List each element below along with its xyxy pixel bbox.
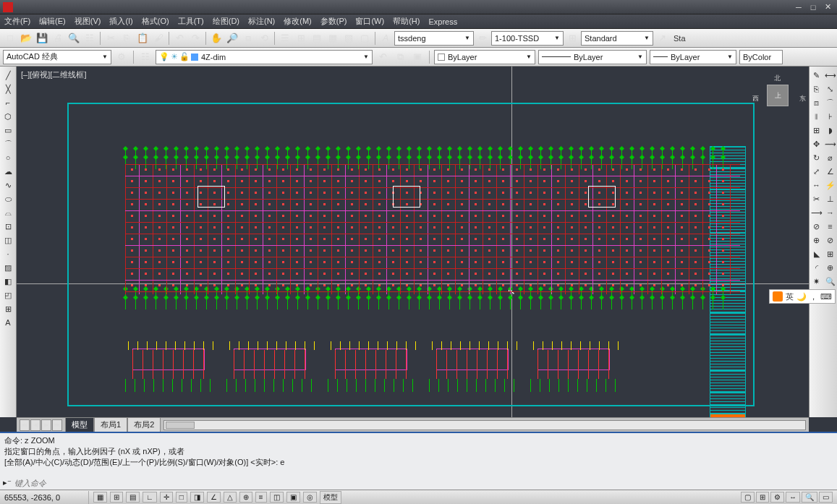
workspace-dropdown[interactable]: AutoCAD 经典▼ [3,50,111,64]
hatch-icon[interactable]: ▨ [2,262,14,273]
close-button[interactable]: ✕ [821,2,834,12]
menu-dimension[interactable]: 标注(N) [248,16,275,27]
sb-qp-icon[interactable]: ▣ [286,492,300,503]
zoom-window-icon[interactable]: ⧈ [241,31,255,46]
layer-dropdown[interactable]: 💡☀🔓 4Z-dim▼ [156,50,373,64]
sb-model-button[interactable]: 模型 [320,491,341,504]
table-style-icon[interactable]: ⊞ [565,31,579,46]
sb-snap-icon[interactable]: ⊞ [110,492,123,503]
explode-icon[interactable]: ✷ [811,276,823,287]
sb-lwt-icon[interactable]: ≡ [255,492,267,503]
pan-icon[interactable]: ✋ [209,31,224,46]
menu-tools[interactable]: 工具(T) [178,16,204,27]
ime-moon-icon[interactable]: 🌙 [796,292,807,302]
array-icon[interactable]: ⊞ [811,124,823,136]
break-icon[interactable]: ⊘ [811,221,823,232]
menu-insert[interactable]: 插入(I) [109,16,132,27]
h-scrollbar[interactable] [163,420,806,430]
tablestyle-dropdown[interactable]: Standard▼ [581,31,653,46]
arc-icon[interactable]: ⌒ [2,138,14,150]
viewcube-east[interactable]: 东 [799,94,806,103]
workspace-settings-icon[interactable]: ⚙ [114,50,129,64]
tab-last-icon[interactable]: ⏭ [52,419,62,431]
ime-icon[interactable] [773,291,783,302]
new-icon[interactable]: □ [3,31,17,46]
dim-aligned-icon[interactable]: ⤡ [825,83,836,95]
menu-express[interactable]: Express [428,17,457,26]
tolerance-icon[interactable]: ⊞ [825,248,836,260]
dimstyle-dropdown[interactable]: 1-100-TSSD▼ [491,31,564,46]
dim-break-icon[interactable]: ⊘ [825,234,836,246]
textstyle-dropdown[interactable]: tssdeng▼ [394,31,474,46]
publish-icon[interactable]: ☷ [82,31,97,46]
ellipse-arc-icon[interactable]: ⌓ [2,207,14,218]
sb-grid-icon[interactable]: ▤ [126,492,140,503]
spline-icon[interactable]: ∿ [2,179,14,191]
plotstyle-dropdown[interactable]: ByColor [739,50,783,64]
sb-tpy-icon[interactable]: ◫ [270,492,284,503]
color-dropdown[interactable]: ByLayer▼ [434,50,535,64]
dim-quick-icon[interactable]: ⚡ [825,179,836,191]
linetype-dropdown[interactable]: ByLayer▼ [538,50,647,64]
coordinates[interactable]: 65553, -2636, 0 [4,493,84,502]
menu-draw[interactable]: 绘图(D) [213,16,239,27]
tab-model[interactable]: 模型 [65,417,94,432]
maximize-button[interactable]: □ [807,2,820,12]
mtext-icon[interactable]: A [2,317,14,328]
table-icon[interactable]: ⊞ [2,303,14,315]
ime-toolbar[interactable]: 英 🌙 ， ⌨ [769,289,836,304]
dim-style-icon[interactable]: ✏ [475,31,490,46]
sheet-set-icon[interactable]: ▦ [326,31,340,46]
drawing-area[interactable]: [–][俯视][二维线框] ↖ 上 北 东 西 [17,67,809,417]
sb-infer-icon[interactable]: ▦ [93,492,107,503]
zoom-prev-icon[interactable]: ⟲ [257,31,271,46]
trim-icon[interactable]: ✂ [811,193,823,205]
menu-format[interactable]: 格式(O) [142,16,169,27]
dim-radius-icon[interactable]: ◗ [825,124,836,136]
erase-icon[interactable]: ✎ [811,69,823,81]
layer-iso-icon[interactable]: ▣ [410,50,425,64]
extend-icon[interactable]: ⟶ [811,207,823,218]
sb-3dosnap-icon[interactable]: ◨ [190,492,204,503]
command-input[interactable] [14,479,834,487]
pline-icon[interactable]: ⌐ [2,97,14,108]
text-style-icon[interactable]: A [378,31,393,46]
menu-view[interactable]: 视图(V) [75,16,101,27]
sb-osnap-icon[interactable]: □ [176,492,187,503]
tool-palettes-icon[interactable]: ▤ [310,31,324,46]
cut-icon[interactable]: ✂ [103,31,118,46]
dim-arc-icon[interactable]: ⌒ [825,97,836,108]
preview-icon[interactable]: 🔍 [67,31,81,46]
menu-file[interactable]: 文件(F) [4,16,30,27]
sb-tool1-icon[interactable]: ▢ [741,492,755,503]
tab-layout1[interactable]: 布局1 [94,417,127,432]
zoom-realtime-icon[interactable]: 🔎 [225,31,239,46]
menu-help[interactable]: 帮助(H) [393,16,420,27]
tab-first-icon[interactable]: ⏮ [20,419,30,431]
dim-space-icon[interactable]: ≡ [825,221,836,232]
tab-layout2[interactable]: 布局2 [127,417,161,432]
properties-icon[interactable]: ☰ [278,31,292,46]
dim-ordinate-icon[interactable]: ⊦ [825,111,836,122]
offset-icon[interactable]: ⫴ [811,111,823,122]
polygon-icon[interactable]: ⬡ [2,111,14,122]
viewcube-north[interactable]: 北 [774,74,781,83]
rectangle-icon[interactable]: ▭ [2,124,14,136]
mirror-icon[interactable]: ⧈ [811,97,823,108]
ime-comma-icon[interactable]: ， [810,291,817,302]
lineweight-dropdown[interactable]: ByLayer▼ [650,50,736,64]
sb-tool4-icon[interactable]: ↔ [786,492,800,503]
scale-icon[interactable]: ⤢ [811,166,823,177]
menu-window[interactable]: 窗口(W) [355,16,384,27]
open-icon[interactable]: 📂 [19,31,33,46]
redo-icon[interactable]: ↷ [188,31,203,46]
sb-tool3-icon[interactable]: ⚙ [770,492,784,503]
save-icon[interactable]: 💾 [35,31,49,46]
copy-icon[interactable]: ⎘ [119,31,134,46]
revcloud-icon[interactable]: ☁ [2,166,14,177]
fillet-icon[interactable]: ◜ [811,262,823,273]
viewcube[interactable]: 上 北 东 西 [752,74,803,117]
make-block-icon[interactable]: ◫ [2,234,14,246]
sb-sc-icon[interactable]: ◎ [303,492,317,503]
undo-icon[interactable]: ↶ [172,31,187,46]
